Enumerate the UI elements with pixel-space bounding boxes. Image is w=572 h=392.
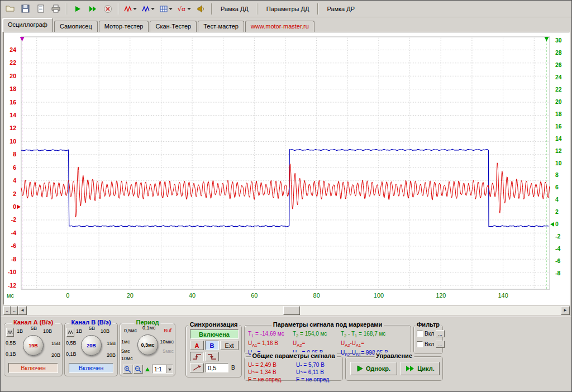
sync-source-ext-button[interactable]: Ext [220, 341, 239, 350]
marker-param-4: UA2= [293, 340, 341, 349]
app-window: √α Рамка ДД Параметры ДД Рамка ДР Осцилл… [0, 0, 572, 392]
channel-a-scale-tr: 10В [43, 328, 52, 334]
sync-slope-button[interactable] [190, 363, 204, 372]
svg-text:40: 40 [189, 292, 196, 299]
svg-text:-2: -2 [11, 217, 16, 223]
channel-a-coupling-button[interactable] [6, 328, 14, 337]
svg-text:-2: -2 [555, 233, 560, 240]
svg-text:80: 80 [313, 292, 320, 299]
filter-b-checkbox[interactable] [417, 341, 423, 347]
single-run-button[interactable]: Однокр. [350, 362, 397, 375]
svg-text:100: 100 [374, 292, 384, 299]
zoom-in-button[interactable] [123, 365, 132, 374]
period-panel: Период 0,5мс 0,1мс Buf 1мс 10мкс 5мс 10м… [120, 323, 175, 376]
scrollbar-track[interactable] [27, 306, 561, 315]
scope-plot[interactable]: 242220181614121086420-2-4-6-8-10-1230282… [4, 32, 569, 304]
zoom-out-icon [135, 366, 142, 373]
channel-a-scale-br: 20В [51, 352, 60, 358]
grid-menu-button[interactable] [158, 2, 175, 16]
tab-bar: ОсциллографСамописецМотор-тестерСкан-Тес… [2, 18, 570, 32]
svg-text:6: 6 [555, 184, 559, 190]
preview-button[interactable] [33, 2, 48, 16]
open-folder-icon [6, 4, 16, 13]
math-menu-button[interactable]: √α [175, 2, 193, 16]
channel-b-range-knob[interactable]: 20В [81, 335, 102, 356]
channel-b-coupling-button[interactable] [66, 328, 74, 337]
sync-enabled-button[interactable]: Включена [190, 329, 239, 339]
channel-b-scale-l: 0,5В [66, 340, 77, 346]
oscilloscope-display: 242220181614121086420-2-4-6-8-10-1230282… [3, 32, 570, 305]
common-params-title: Общие параметры сигнала [250, 352, 336, 359]
control-strip: Канал А (В/э) 1В 5В 10В 0,5В 15В 0,1В 20… [1, 317, 572, 392]
page-icon [37, 4, 45, 13]
filter-a-more-button[interactable]: ... [436, 330, 445, 337]
svg-text:-8: -8 [11, 256, 16, 262]
svg-text:0: 0 [13, 204, 16, 210]
svg-text:-10: -10 [8, 269, 16, 275]
channel-a-signal-menu-button[interactable] [122, 2, 140, 16]
open-button[interactable] [3, 2, 18, 16]
horizontal-scrollbar[interactable]: .. .. ◄ ► [3, 306, 570, 315]
channel-b-power-button[interactable]: Включен [69, 363, 113, 373]
frame-dr-button[interactable]: Рамка ДР [321, 3, 360, 15]
zoom-ratio-select[interactable]: 1:1 [152, 365, 173, 374]
svg-text:16: 16 [9, 99, 16, 106]
tab-scan-tester[interactable]: Скан-Тестер [150, 21, 197, 32]
chevron-down-icon [168, 369, 171, 372]
stop-icon [103, 4, 112, 13]
dropdown-button[interactable] [166, 365, 173, 373]
channel-b-scale-r: 15В [107, 341, 116, 346]
sound-button[interactable] [193, 2, 208, 16]
tab-test-master[interactable]: Тест-мастер [198, 21, 244, 32]
svg-text:26: 26 [555, 62, 562, 68]
period-knob[interactable]: 0,3мс [137, 334, 158, 355]
tab-website[interactable]: www.motor-master.ru [245, 21, 314, 32]
scroll-extra-button-2[interactable]: .. [11, 306, 18, 315]
sync-falling-edge-button[interactable] [205, 352, 219, 361]
channel-a-power-button[interactable]: Включен [8, 363, 58, 373]
common-param-2: U~= 1,34 В [248, 369, 296, 376]
sync-level-input[interactable] [206, 363, 228, 372]
play-icon [74, 5, 82, 13]
math-function-icon: √α [177, 5, 192, 13]
sync-source-b-button[interactable]: В [205, 341, 219, 350]
filter-a-label: Вкл [425, 331, 434, 337]
params-dd-button[interactable]: Параметры ДД [261, 3, 315, 15]
toolbar-separator [257, 3, 258, 15]
stop-button[interactable] [100, 2, 115, 16]
tab-recorder[interactable]: Самописец [54, 21, 98, 32]
sync-source-a-button[interactable]: А [190, 341, 204, 350]
channel-a-title: Канал А (В/э) [12, 319, 55, 326]
channel-a-range-knob[interactable]: 19В [23, 335, 44, 356]
tab-motor-tester[interactable]: Мотор-тестер [99, 21, 149, 32]
cycle-run-button[interactable]: Цикл. [401, 362, 440, 375]
svg-text:14: 14 [9, 112, 16, 118]
svg-text:12: 12 [9, 125, 16, 131]
channel-a-scale-bl: 0,1В [6, 351, 16, 357]
single-play-icon [357, 365, 363, 372]
scroll-left-button[interactable]: ◄ [18, 306, 27, 315]
scrollbar-thumb[interactable] [283, 306, 300, 315]
zoom-out-button[interactable] [134, 365, 143, 374]
frame-dd-button[interactable]: Рамка ДД [215, 3, 254, 15]
scroll-right-button[interactable]: ► [561, 306, 570, 315]
filter-b-more-button[interactable]: ... [436, 341, 445, 348]
tab-oscilloscope[interactable]: Осциллограф [2, 18, 53, 32]
print-button[interactable] [48, 2, 63, 16]
scroll-extra-button-1[interactable]: .. [3, 306, 11, 315]
save-button[interactable] [18, 2, 33, 16]
start-button[interactable] [70, 2, 85, 16]
zoom-indicator-icon [145, 367, 150, 371]
channel-b-signal-menu-button[interactable] [140, 2, 158, 16]
fast-play-icon [88, 5, 97, 13]
svg-text:18: 18 [9, 86, 16, 92]
filter-a-checkbox[interactable] [417, 331, 423, 337]
svg-text:20: 20 [127, 292, 134, 299]
sync-rising-edge-button[interactable] [190, 352, 204, 361]
grid-icon [160, 5, 173, 13]
start-continuous-button[interactable] [85, 2, 100, 16]
coupling-icon [7, 329, 13, 335]
svg-text:24: 24 [555, 74, 562, 80]
svg-text:0: 0 [66, 292, 69, 299]
svg-text:28: 28 [555, 50, 562, 56]
